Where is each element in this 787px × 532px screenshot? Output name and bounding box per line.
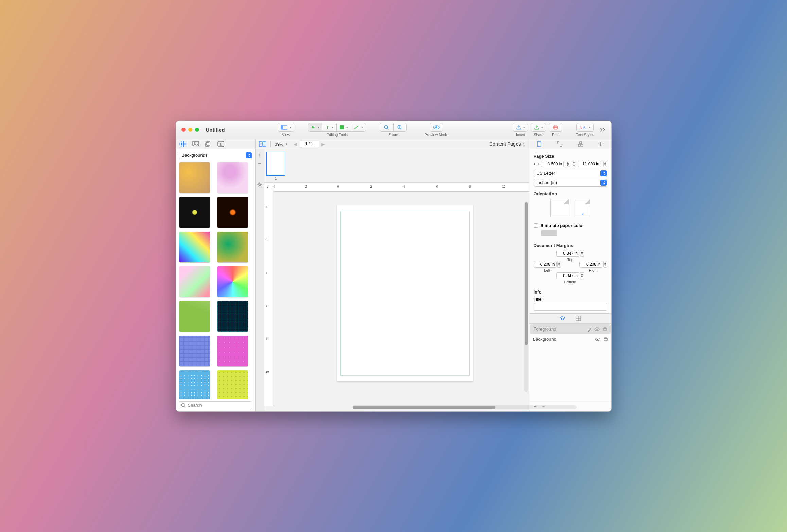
bg-thumb[interactable] <box>217 266 248 297</box>
page-number-field[interactable] <box>299 141 319 147</box>
width-stepper[interactable]: ▲▼ <box>566 161 570 167</box>
svg-point-13 <box>435 126 437 128</box>
info-title: Info <box>534 289 607 295</box>
zoom-out-gutter[interactable]: － <box>257 160 262 167</box>
margin-left-stepper[interactable]: ▲▼ <box>557 261 561 268</box>
print-label: Print <box>552 132 560 137</box>
close-icon[interactable] <box>181 128 186 132</box>
left-tabs: a <box>176 139 256 149</box>
bg-thumb[interactable] <box>179 197 210 228</box>
svg-text:T: T <box>599 141 602 147</box>
paper-size-select[interactable]: US Letter▲▼ <box>534 170 607 177</box>
eye-icon[interactable] <box>595 337 600 341</box>
units-select[interactable]: Inches (in)▲▼ <box>534 179 607 187</box>
bg-thumb[interactable] <box>217 197 248 228</box>
grid-icon[interactable] <box>576 316 581 321</box>
image-icon[interactable] <box>192 141 199 147</box>
bg-thumb[interactable] <box>179 336 210 366</box>
svg-line-51 <box>258 186 259 187</box>
text-styles-button[interactable]: AA ▾ <box>576 123 594 132</box>
zoom-label: Zoom <box>388 132 398 137</box>
share-button[interactable]: ▾ <box>531 123 546 132</box>
line-tool-button[interactable]: ▾ <box>351 123 366 132</box>
insert-button[interactable]: ▾ <box>513 123 528 132</box>
next-page-button[interactable]: ▶ <box>321 142 325 147</box>
bg-thumb[interactable] <box>179 266 210 297</box>
bg-thumb[interactable] <box>217 162 248 193</box>
zoom-in-button[interactable] <box>393 123 407 132</box>
paper-color-swatch[interactable] <box>541 230 557 236</box>
margin-top-field[interactable]: 0.347 in <box>556 250 579 257</box>
svg-point-27 <box>194 142 195 144</box>
view-label: View <box>282 132 290 137</box>
simulate-checkbox[interactable] <box>534 223 538 228</box>
layers-icon[interactable] <box>559 316 565 321</box>
zoom-field[interactable]: 39%▾ <box>275 142 287 147</box>
margin-left-field[interactable]: 0.208 in <box>534 261 557 268</box>
bg-thumb[interactable] <box>217 301 248 332</box>
margin-bottom-stepper[interactable]: ▲▼ <box>580 272 584 279</box>
layer-foreground[interactable]: Foreground <box>530 324 611 334</box>
printer-icon[interactable] <box>602 327 607 331</box>
eye-icon[interactable] <box>594 327 600 331</box>
margin-right-field[interactable]: 0.208 in <box>579 261 602 268</box>
shape-tool-button[interactable]: ▾ <box>336 123 351 132</box>
overflow-button[interactable] <box>597 127 609 132</box>
chevron-down-icon: ▾ <box>523 126 525 129</box>
landscape-button[interactable] <box>550 199 569 217</box>
width-icon <box>534 162 539 166</box>
copy-icon[interactable] <box>205 141 211 147</box>
bg-thumb[interactable] <box>217 232 248 262</box>
maximize-icon[interactable] <box>195 128 199 132</box>
minimize-icon[interactable] <box>188 128 192 132</box>
svg-point-21 <box>182 143 184 145</box>
margin-top-stepper[interactable]: ▲▼ <box>580 250 584 257</box>
chevron-down-icon: ▾ <box>286 142 287 146</box>
text-tool-button[interactable]: T ▾ <box>322 123 336 132</box>
title-field[interactable] <box>534 303 607 311</box>
portrait-button[interactable]: ✓ <box>576 199 590 217</box>
preview-label: Preview Mode <box>424 132 448 137</box>
margin-right-stepper[interactable]: ▲▼ <box>603 261 607 268</box>
horizontal-scrollbar[interactable] <box>353 405 577 409</box>
dimensions-tab-icon[interactable] <box>557 141 563 147</box>
page[interactable] <box>337 205 473 381</box>
bg-thumb[interactable] <box>179 370 210 399</box>
height-stepper[interactable]: ▲▼ <box>603 161 607 167</box>
print-button[interactable] <box>549 123 562 132</box>
preview-button[interactable] <box>430 123 443 132</box>
align-tab-icon[interactable] <box>578 141 584 147</box>
vertical-scrollbar[interactable] <box>524 202 528 392</box>
bg-thumb[interactable] <box>217 370 248 399</box>
printer-icon[interactable] <box>603 337 608 341</box>
zoom-in-gutter[interactable]: ＋ <box>257 152 262 159</box>
layer-background[interactable]: Background <box>529 335 611 344</box>
bg-thumb[interactable] <box>179 162 210 193</box>
upload-icon <box>534 125 539 130</box>
page-thumbnail[interactable]: 1 <box>266 152 285 180</box>
flower-icon[interactable] <box>179 141 186 147</box>
content-pages-select[interactable]: Content Pages ⇅ <box>489 141 525 147</box>
view-button[interactable]: ▾ <box>278 123 294 132</box>
width-field[interactable]: 8.500 in <box>541 161 564 167</box>
bg-thumb[interactable] <box>179 301 210 332</box>
margin-bottom-field[interactable]: 0.347 in <box>556 272 579 279</box>
backgrounds-select[interactable]: Backgrounds ▲▼ <box>179 152 252 159</box>
search-input[interactable]: Search <box>179 401 252 409</box>
bg-thumb[interactable] <box>179 232 210 262</box>
browse-mode-icon[interactable] <box>259 141 266 147</box>
text-tab-icon[interactable]: T <box>598 141 604 147</box>
zoom-out-button[interactable] <box>380 123 393 132</box>
select-tool-button[interactable]: ▾ <box>308 123 322 132</box>
pencil-icon[interactable] <box>587 327 592 332</box>
svg-line-50 <box>261 186 262 187</box>
chevron-double-right-icon <box>600 127 606 132</box>
prev-page-button[interactable]: ◀ <box>294 142 297 147</box>
bg-thumb[interactable] <box>217 336 248 366</box>
gear-icon[interactable] <box>257 182 262 188</box>
body: Backgrounds ▲▼ <box>176 149 611 411</box>
glyph-icon[interactable]: a <box>217 141 224 147</box>
document-tab-icon[interactable] <box>537 141 542 147</box>
height-field[interactable]: 11.000 in <box>578 161 601 167</box>
viewport[interactable] <box>273 192 529 406</box>
